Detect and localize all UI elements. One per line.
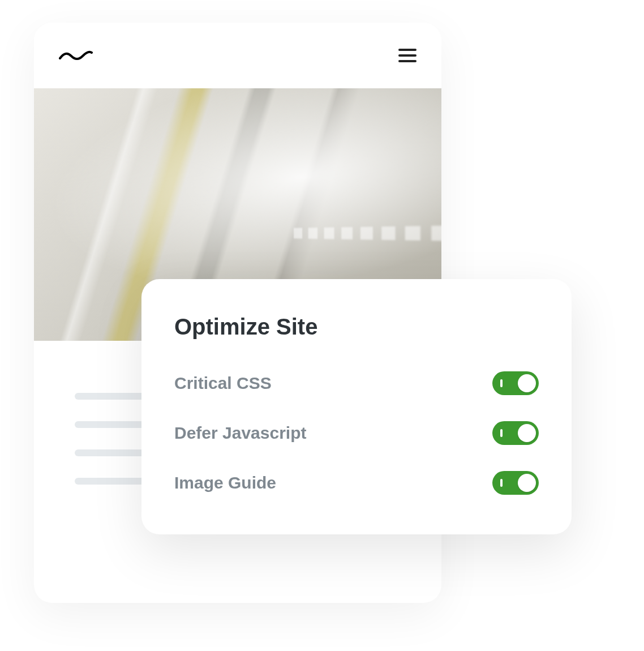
toggle-knob (518, 474, 536, 492)
toggle-knob (518, 424, 536, 442)
toggle-on-indicator-icon (500, 479, 503, 487)
option-critical-css: Critical CSS (174, 371, 539, 395)
option-image-guide: Image Guide (174, 471, 539, 495)
optimize-title: Optimize Site (174, 314, 539, 340)
toggle-on-indicator-icon (500, 429, 503, 437)
preview-header (34, 23, 441, 88)
option-label: Image Guide (174, 473, 276, 492)
option-defer-javascript: Defer Javascript (174, 421, 539, 445)
option-label: Critical CSS (174, 374, 272, 393)
toggle-critical-css[interactable] (492, 371, 539, 395)
toggle-on-indicator-icon (500, 379, 503, 387)
hamburger-menu-icon[interactable] (398, 49, 417, 62)
toggle-image-guide[interactable] (492, 471, 539, 495)
toggle-defer-javascript[interactable] (492, 421, 539, 445)
wave-logo-icon (59, 49, 93, 62)
option-label: Defer Javascript (174, 423, 306, 443)
optimize-settings-card: Optimize Site Critical CSS Defer Javascr… (141, 279, 572, 534)
toggle-knob (518, 374, 536, 392)
